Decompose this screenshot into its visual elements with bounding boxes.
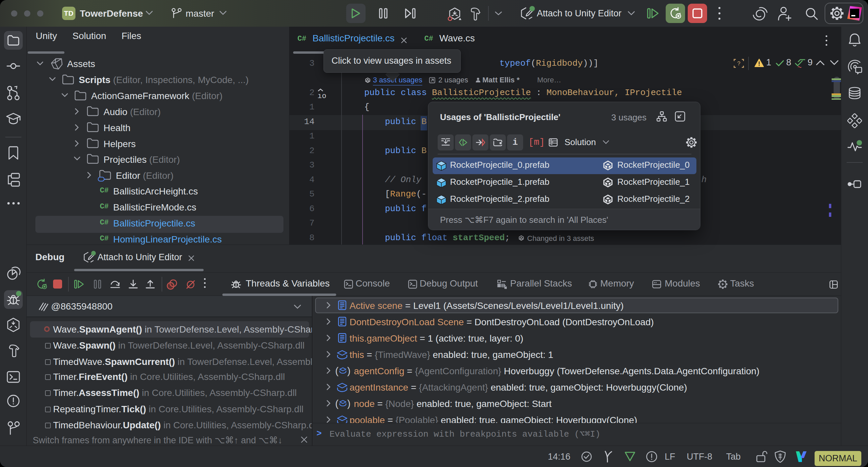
svg-text:?: ? [737,60,740,67]
